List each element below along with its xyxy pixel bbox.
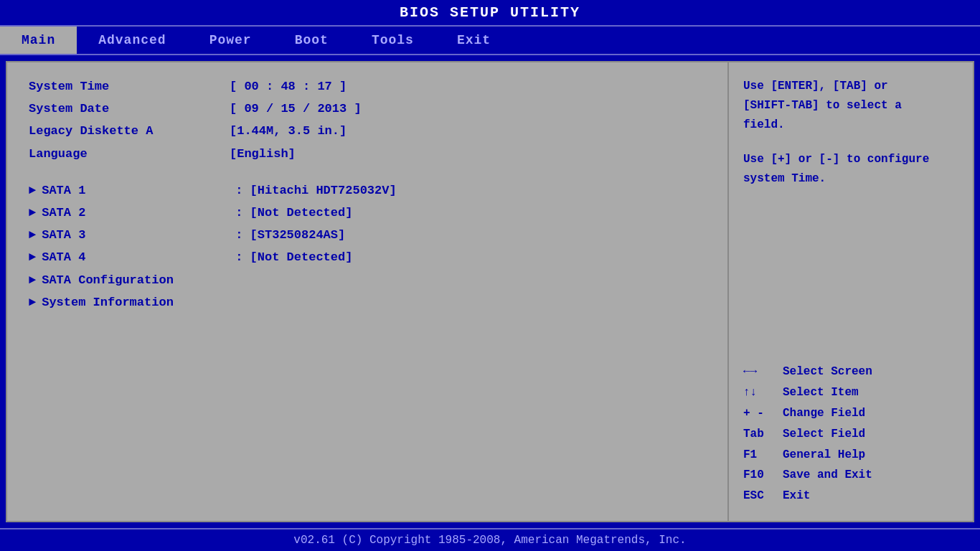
key-hint-key: Tab [743, 424, 776, 445]
key-hint-row: ←→Select Screen [743, 362, 958, 382]
system-time-label: System Time [29, 77, 230, 96]
menu-item-main[interactable]: Main [0, 27, 77, 54]
submenu-item-label: SATA 2 [42, 203, 235, 222]
title-bar: BIOS SETUP UTILITY [0, 0, 980, 25]
help-line-3: field. [743, 116, 958, 135]
submenu-item-value: : [ST3250824AS] [235, 225, 345, 245]
help-line-6: system Time. [743, 169, 958, 189]
submenu-item-label: SATA 1 [42, 181, 235, 200]
menu-item-power[interactable]: Power [188, 27, 273, 54]
submenu-item-value: : [Not Detected] [235, 248, 352, 267]
key-hint-row: TabSelect Field [743, 424, 958, 445]
key-hint-key: F10 [743, 465, 776, 486]
key-hint-row: F1General Help [743, 445, 958, 466]
app-title: BIOS SETUP UTILITY [400, 4, 580, 21]
main-content: System Time [ 00 : 48 : 17 ] System Date… [6, 61, 974, 522]
submenu-item-value: : [Hitachi HDT725032V] [235, 181, 396, 200]
key-hint-desc: Select Item [783, 382, 859, 403]
help-text: Use [ENTER], [TAB] or [SHIFT-TAB] to sel… [743, 77, 958, 189]
key-hint-key: + - [743, 403, 776, 424]
submenu-list: ►SATA 1: [Hitachi HDT725032V]►SATA 2: [N… [29, 181, 706, 312]
submenu-item-label: SATA 3 [42, 225, 235, 245]
key-hint-desc: Select Field [783, 424, 865, 445]
legacy-diskette-label: Legacy Diskette A [29, 121, 230, 141]
key-hint-desc: Change Field [783, 403, 865, 424]
submenu-item-label: SATA 4 [42, 248, 235, 267]
key-hint-desc: Select Screen [783, 362, 872, 382]
submenu-row[interactable]: ►System Information [29, 293, 706, 312]
submenu-row[interactable]: ►SATA 1: [Hitachi HDT725032V] [29, 181, 706, 200]
submenu-arrow-icon: ► [29, 293, 36, 312]
submenu-row[interactable]: ►SATA 2: [Not Detected] [29, 203, 706, 222]
key-hint-desc: Save and Exit [783, 465, 872, 486]
key-hint-row: ↑↓Select Item [743, 382, 958, 403]
system-time-row: System Time [ 00 : 48 : 17 ] [29, 77, 706, 96]
key-hint-desc: Exit [783, 486, 810, 507]
submenu-arrow-icon: ► [29, 270, 36, 290]
help-line-1: Use [ENTER], [TAB] or [743, 77, 958, 96]
bios-setup-utility: BIOS SETUP UTILITY Main Advanced Power B… [0, 0, 980, 551]
system-date-row: System Date [ 09 / 15 / 2013 ] [29, 99, 706, 118]
system-date-label: System Date [29, 99, 230, 118]
language-label: Language [29, 144, 230, 164]
key-hint-desc: General Help [783, 445, 865, 466]
key-hint-row: ESCExit [743, 486, 958, 507]
help-line-4 [743, 136, 958, 150]
legacy-diskette-row: Legacy Diskette A [1.44M, 3.5 in.] [29, 121, 706, 141]
help-line-5: Use [+] or [-] to configure [743, 150, 958, 169]
key-hint-key: ↑↓ [743, 382, 776, 403]
menu-item-exit[interactable]: Exit [435, 27, 512, 54]
footer: v02.61 (C) Copyright 1985-2008, American… [0, 528, 980, 551]
key-hint-key: ←→ [743, 362, 776, 382]
footer-text: v02.61 (C) Copyright 1985-2008, American… [293, 534, 686, 547]
key-hint-key: ESC [743, 486, 776, 507]
menu-item-boot[interactable]: Boot [273, 27, 350, 54]
menu-item-tools[interactable]: Tools [350, 27, 435, 54]
submenu-row[interactable]: ►SATA Configuration [29, 270, 706, 290]
menu-item-advanced[interactable]: Advanced [77, 27, 187, 54]
menu-bar: Main Advanced Power Boot Tools Exit [0, 25, 980, 55]
system-time-value[interactable]: [ 00 : 48 : 17 ] [230, 77, 347, 96]
submenu-item-value: : [Not Detected] [235, 203, 352, 222]
language-value[interactable]: [English] [230, 144, 296, 164]
key-hint-row: + -Change Field [743, 403, 958, 424]
submenu-row[interactable]: ►SATA 3: [ST3250824AS] [29, 225, 706, 245]
submenu-arrow-icon: ► [29, 181, 36, 200]
submenu-arrow-icon: ► [29, 248, 36, 267]
language-row: Language [English] [29, 144, 706, 164]
right-panel: Use [ENTER], [TAB] or [SHIFT-TAB] to sel… [729, 62, 973, 521]
legacy-diskette-value[interactable]: [1.44M, 3.5 in.] [230, 121, 347, 141]
help-line-2: [SHIFT-TAB] to select a [743, 96, 958, 116]
system-date-value[interactable]: [ 09 / 15 / 2013 ] [230, 99, 362, 118]
key-hint-row: F10Save and Exit [743, 465, 958, 486]
left-panel: System Time [ 00 : 48 : 17 ] System Date… [7, 62, 729, 521]
key-hint-key: F1 [743, 445, 776, 466]
submenu-item-label: System Information [42, 293, 235, 312]
key-hints: ←→Select Screen↑↓Select Item+ -Change Fi… [743, 362, 958, 507]
submenu-arrow-icon: ► [29, 203, 36, 222]
submenu-item-label: SATA Configuration [42, 270, 235, 290]
spacer-1 [29, 166, 706, 181]
submenu-row[interactable]: ►SATA 4: [Not Detected] [29, 248, 706, 267]
submenu-arrow-icon: ► [29, 225, 36, 245]
